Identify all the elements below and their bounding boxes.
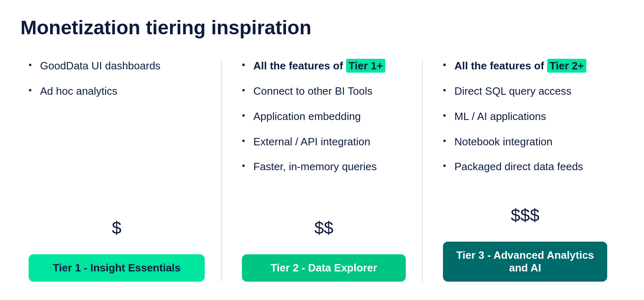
- feature-item-tier2-1: Connect to other BI Tools: [242, 84, 406, 98]
- feature-item-tier2-0: All the features of Tier 1+: [242, 59, 406, 73]
- tier-column-tier3: All the features of Tier 2+Direct SQL qu…: [423, 59, 624, 282]
- tiers-container: GoodData UI dashboardsAd hoc analytics$T…: [20, 59, 624, 282]
- price-tier1: $: [29, 210, 205, 246]
- feature-item-tier3-4: Packaged direct data feeds: [443, 160, 607, 174]
- feature-item-tier2-2: Application embedding: [242, 110, 406, 124]
- feature-item-tier3-3: Notebook integration: [443, 135, 607, 149]
- price-tier3: $$$: [443, 198, 607, 233]
- feature-item-tier1-1: Ad hoc analytics: [29, 84, 205, 98]
- feature-item-tier1-0: GoodData UI dashboards: [29, 59, 205, 73]
- tier-badge-tier3: Tier 3 - Advanced Analytics and AI: [443, 242, 607, 282]
- feature-item-tier2-3: External / API integration: [242, 135, 406, 149]
- price-tier2: $$: [242, 210, 406, 246]
- feature-item-tier2-4: Faster, in-memory queries: [242, 160, 406, 174]
- features-list-tier2: All the features of Tier 1+Connect to ot…: [242, 59, 406, 198]
- feature-item-tier3-2: ML / AI applications: [443, 110, 607, 124]
- features-list-tier3: All the features of Tier 2+Direct SQL qu…: [443, 59, 607, 185]
- highlight-badge-tier3: Tier 2+: [547, 59, 586, 73]
- feature-item-tier3-1: Direct SQL query access: [443, 84, 607, 98]
- tier-badge-tier1: Tier 1 - Insight Essentials: [29, 254, 205, 282]
- features-list-tier1: GoodData UI dashboardsAd hoc analytics: [29, 59, 205, 198]
- feature-item-tier3-0: All the features of Tier 2+: [443, 59, 607, 73]
- page-title: Monetization tiering inspiration: [20, 16, 624, 39]
- tier-badge-tier2: Tier 2 - Data Explorer: [242, 254, 406, 282]
- highlight-badge-tier2: Tier 1+: [346, 59, 385, 73]
- tier-column-tier1: GoodData UI dashboardsAd hoc analytics$T…: [20, 59, 221, 282]
- tier-column-tier2: All the features of Tier 1+Connect to ot…: [221, 59, 423, 282]
